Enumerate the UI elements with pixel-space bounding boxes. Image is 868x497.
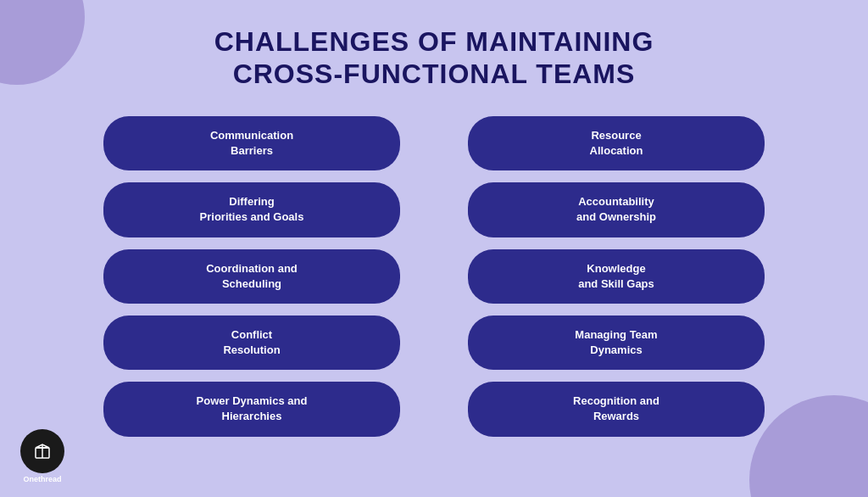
page-title: CHALLENGES OF MAINTAINING CROSS-FUNCTION…: [214, 25, 654, 91]
cards-grid: CommunicationBarriers ResourceAllocation…: [103, 116, 765, 437]
card-managing-team-dynamics[interactable]: Managing TeamDynamics: [468, 316, 765, 370]
card-resource-allocation[interactable]: ResourceAllocation: [468, 116, 765, 170]
card-knowledge-skill-gaps[interactable]: Knowledgeand Skill Gaps: [468, 249, 765, 304]
card-recognition-rewards[interactable]: Recognition andRewards: [468, 382, 765, 436]
title-line1: CHALLENGES OF MAINTAINING: [214, 26, 654, 57]
card-accountability-ownership[interactable]: Accountabilityand Ownership: [468, 182, 765, 237]
card-power-dynamics[interactable]: Power Dynamics andHierarchies: [103, 382, 400, 436]
card-conflict-resolution[interactable]: ConflictResolution: [103, 316, 400, 370]
main-container: CHALLENGES OF MAINTAINING CROSS-FUNCTION…: [0, 0, 868, 497]
title-line2: CROSS-FUNCTIONAL TEAMS: [233, 59, 636, 89]
card-differing-priorities[interactable]: DifferingPriorities and Goals: [103, 182, 400, 237]
card-coordination-scheduling[interactable]: Coordination andScheduling: [103, 249, 400, 304]
card-communication-barriers[interactable]: CommunicationBarriers: [103, 116, 400, 170]
